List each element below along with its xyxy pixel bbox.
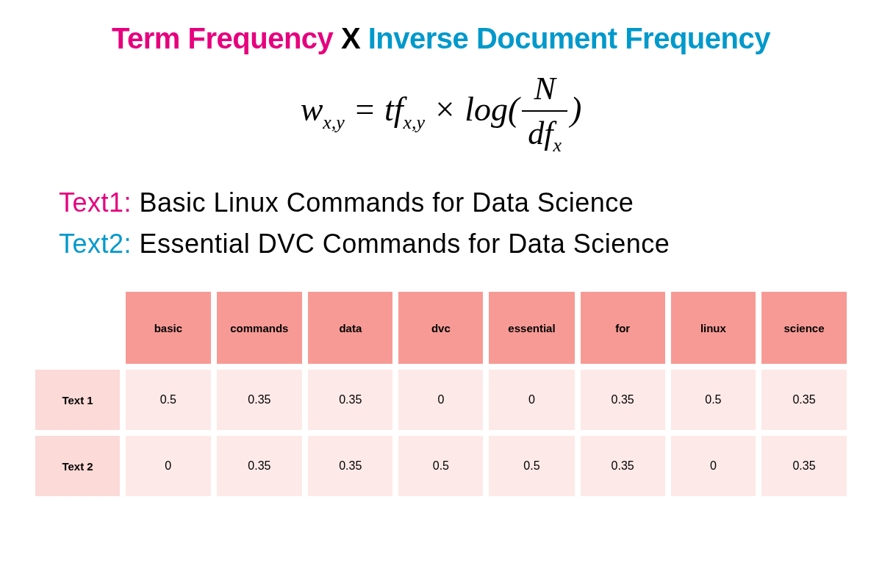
row-header-text2: Text 2 bbox=[35, 436, 120, 496]
col-header-for: for bbox=[581, 292, 665, 364]
cell: 0 bbox=[126, 436, 210, 496]
cell: 0.5 bbox=[489, 436, 574, 496]
col-header-dvc: dvc bbox=[398, 292, 483, 364]
formula-tf: tf bbox=[384, 90, 404, 128]
formula-lparen: ( bbox=[508, 90, 519, 128]
title-part-tf: Term Frequency bbox=[112, 22, 333, 54]
formula-times: × bbox=[434, 90, 465, 128]
formula-w-sub: x,y bbox=[323, 112, 345, 133]
col-header-linux: linux bbox=[671, 292, 756, 364]
formula-rparen: ) bbox=[570, 90, 581, 128]
tfidf-table-wrap: basic commands data dvc essential for li… bbox=[29, 286, 853, 502]
table-row: Text 1 0.5 0.35 0.35 0 0 0.35 0.5 0.35 bbox=[35, 370, 847, 430]
formula-den: dfx bbox=[522, 112, 567, 157]
example-row-1: Text1: Basic Linux Commands for Data Sci… bbox=[59, 182, 853, 223]
cell: 0.35 bbox=[581, 436, 665, 496]
title-sep: X bbox=[341, 22, 360, 54]
tfidf-table: basic commands data dvc essential for li… bbox=[29, 286, 853, 502]
cell: 0 bbox=[398, 370, 483, 430]
cell: 0.35 bbox=[217, 370, 303, 430]
cell: 0.35 bbox=[581, 370, 665, 430]
formula-w: w bbox=[301, 90, 323, 128]
col-header-basic: basic bbox=[126, 292, 210, 364]
title-part-idf: Inverse Document Frequency bbox=[368, 22, 770, 54]
table-header-row: basic commands data dvc essential for li… bbox=[35, 292, 847, 364]
text2-value: Essential DVC Commands for Data Science bbox=[140, 229, 670, 259]
table-corner bbox=[35, 292, 120, 364]
main-title: Term Frequency X Inverse Document Freque… bbox=[29, 22, 853, 55]
col-header-data: data bbox=[308, 292, 392, 364]
cell: 0.35 bbox=[217, 436, 303, 496]
text2-label: Text2: bbox=[59, 229, 132, 259]
row-header-text1: Text 1 bbox=[35, 370, 120, 430]
cell: 0.35 bbox=[761, 370, 847, 430]
formula-num: N bbox=[522, 70, 567, 112]
col-header-science: science bbox=[761, 292, 847, 364]
cell: 0.35 bbox=[761, 436, 847, 496]
table-row: Text 2 0 0.35 0.35 0.5 0.5 0.35 0 0.35 bbox=[35, 436, 847, 496]
formula-log: log bbox=[465, 90, 508, 128]
col-header-essential: essential bbox=[489, 292, 574, 364]
formula: wx,y = tfx,y × log(Ndfx) bbox=[29, 70, 853, 157]
cell: 0.5 bbox=[398, 436, 483, 496]
col-header-commands: commands bbox=[217, 292, 303, 364]
text1-value: Basic Linux Commands for Data Science bbox=[140, 187, 634, 218]
text1-label: Text1: bbox=[59, 187, 132, 218]
formula-tf-sub: x,y bbox=[404, 112, 426, 133]
formula-fraction: Ndfx bbox=[522, 70, 567, 157]
cell: 0 bbox=[671, 436, 756, 496]
cell: 0.35 bbox=[308, 370, 392, 430]
cell: 0 bbox=[489, 370, 574, 430]
cell: 0.35 bbox=[308, 436, 392, 496]
cell: 0.5 bbox=[126, 370, 210, 430]
formula-eq: = bbox=[353, 90, 384, 128]
example-texts: Text1: Basic Linux Commands for Data Sci… bbox=[59, 182, 853, 265]
example-row-2: Text2: Essential DVC Commands for Data S… bbox=[59, 223, 853, 265]
cell: 0.5 bbox=[671, 370, 756, 430]
